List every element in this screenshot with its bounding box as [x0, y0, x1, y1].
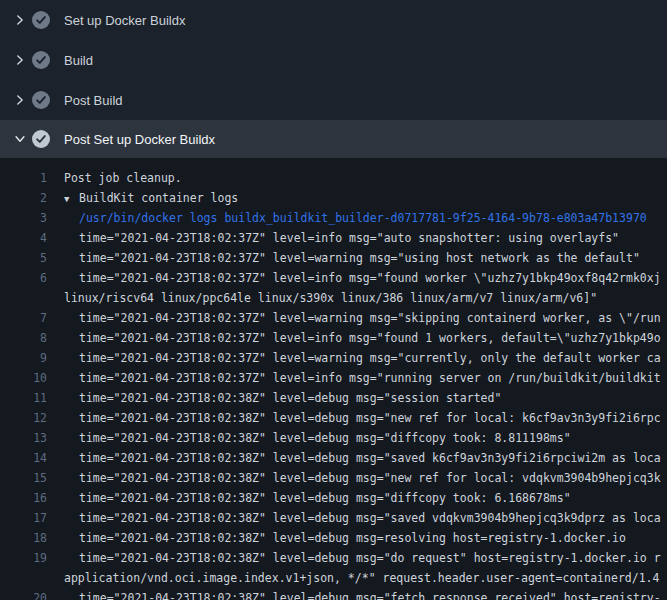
log-line-number[interactable]: 7 [0, 308, 47, 328]
log-line-number[interactable]: 13 [0, 428, 47, 448]
log-line-number [0, 568, 47, 588]
log-line: 14time="2021-04-23T18:02:38Z" level=debu… [0, 448, 667, 468]
log-line-text: time="2021-04-23T18:02:37Z" level=info m… [47, 368, 661, 388]
log-line-number[interactable]: 5 [0, 248, 47, 268]
chevron-right-icon [12, 92, 28, 108]
chevron-right-icon [12, 12, 28, 28]
log-line-text: time="2021-04-23T18:02:38Z" level=debug … [47, 448, 661, 468]
log-line-number[interactable]: 19 [0, 548, 47, 568]
log-line-number[interactable]: 15 [0, 468, 47, 488]
log-line: 3/usr/bin/docker logs buildx_buildkit_bu… [0, 208, 667, 228]
log-line-text: time="2021-04-23T18:02:37Z" level=warnin… [47, 308, 661, 328]
log-line-text: time="2021-04-23T18:02:37Z" level=info m… [47, 228, 619, 248]
log-line: 4time="2021-04-23T18:02:37Z" level=info … [0, 228, 667, 248]
step-row-post-build[interactable]: Post Build [0, 80, 667, 120]
log-line-text: linux/riscv64 linux/ppc64le linux/s390x … [47, 288, 597, 308]
log-line-text: time="2021-04-23T18:02:38Z" level=debug … [47, 548, 661, 568]
log-line: 17time="2021-04-23T18:02:38Z" level=debu… [0, 508, 667, 528]
step-label: Post Build [64, 93, 123, 108]
check-circle-icon [32, 51, 50, 69]
log-line: 5time="2021-04-23T18:02:37Z" level=warni… [0, 248, 667, 268]
log-line-text: time="2021-04-23T18:02:38Z" level=debug … [47, 488, 571, 508]
chevron-right-icon [12, 52, 28, 68]
step-label: Post Set up Docker Buildx [64, 132, 215, 147]
log-line-number[interactable]: 8 [0, 328, 47, 348]
step-label: Build [64, 53, 93, 68]
log-line-text: time="2021-04-23T18:02:38Z" level=debug … [47, 508, 661, 528]
log-line: 13time="2021-04-23T18:02:38Z" level=debu… [0, 428, 667, 448]
log-line: 9time="2021-04-23T18:02:37Z" level=warni… [0, 348, 667, 368]
check-circle-icon [32, 11, 50, 29]
log-line-number[interactable]: 9 [0, 348, 47, 368]
log-line-text: time="2021-04-23T18:02:37Z" level=info m… [47, 328, 661, 348]
log-line-number[interactable]: 17 [0, 508, 47, 528]
log-line-text: time="2021-04-23T18:02:37Z" level=warnin… [47, 348, 661, 368]
log-line-text: time="2021-04-23T18:02:38Z" level=debug … [47, 588, 661, 600]
log-line: 10time="2021-04-23T18:02:37Z" level=info… [0, 368, 667, 388]
step-label: Set up Docker Buildx [64, 13, 185, 28]
log-line-text: ▼BuildKit container logs [47, 188, 238, 208]
steps-list: Set up Docker BuildxBuildPost BuildPost … [0, 0, 667, 158]
log-line: 1Post job cleanup. [0, 168, 667, 188]
log-line-text: time="2021-04-23T18:02:38Z" level=debug … [47, 408, 661, 428]
log-line-number[interactable]: 14 [0, 448, 47, 468]
log-line: 18time="2021-04-23T18:02:38Z" level=debu… [0, 528, 667, 548]
chevron-down-icon [12, 131, 28, 147]
log-line: 16time="2021-04-23T18:02:38Z" level=debu… [0, 488, 667, 508]
log-line-text: time="2021-04-23T18:02:38Z" level=debug … [47, 468, 661, 488]
log-panel: 1Post job cleanup.2▼BuildKit container l… [0, 158, 667, 600]
log-command-text: /usr/bin/docker logs buildx_buildkit_bui… [47, 208, 647, 228]
log-line: 12time="2021-04-23T18:02:38Z" level=debu… [0, 408, 667, 428]
log-line-number[interactable]: 11 [0, 388, 47, 408]
log-line[interactable]: 2▼BuildKit container logs [0, 188, 667, 208]
log-line-number [0, 288, 47, 308]
step-row-build[interactable]: Build [0, 40, 667, 80]
log-line: 15time="2021-04-23T18:02:38Z" level=debu… [0, 468, 667, 488]
log-line-text: application/vnd.oci.image.index.v1+json,… [47, 568, 659, 588]
log-line-number[interactable]: 16 [0, 488, 47, 508]
log-line-number[interactable]: 18 [0, 528, 47, 548]
log-line-number[interactable]: 2 [0, 188, 47, 208]
log-line-text: Post job cleanup. [47, 168, 182, 188]
log-line-text: time="2021-04-23T18:02:37Z" level=warnin… [47, 248, 640, 268]
log-line: 11time="2021-04-23T18:02:38Z" level=debu… [0, 388, 667, 408]
log-line-number[interactable]: 3 [0, 208, 47, 228]
log-line-number[interactable]: 1 [0, 168, 47, 188]
log-line-text: time="2021-04-23T18:02:38Z" level=debug … [47, 388, 501, 408]
check-circle-icon [32, 91, 50, 109]
check-circle-icon [32, 130, 50, 148]
log-line: 7time="2021-04-23T18:02:37Z" level=warni… [0, 308, 667, 328]
log-line-number[interactable]: 10 [0, 368, 47, 388]
log-line-text: time="2021-04-23T18:02:38Z" level=debug … [47, 428, 571, 448]
step-row-set-up-docker-buildx[interactable]: Set up Docker Buildx [0, 0, 667, 40]
log-line: 6time="2021-04-23T18:02:37Z" level=info … [0, 268, 667, 288]
log-line: 20time="2021-04-23T18:02:38Z" level=debu… [0, 588, 667, 600]
log-line-number[interactable]: 20 [0, 588, 47, 600]
log-line-text: time="2021-04-23T18:02:38Z" level=debug … [47, 528, 626, 548]
log-line-continuation: linux/riscv64 linux/ppc64le linux/s390x … [0, 288, 667, 308]
step-row-post-set-up-docker-buildx[interactable]: Post Set up Docker Buildx [0, 120, 667, 158]
log-line-text: time="2021-04-23T18:02:37Z" level=info m… [47, 268, 661, 288]
actions-log-viewer: Set up Docker BuildxBuildPost BuildPost … [0, 0, 667, 600]
group-toggle-icon[interactable]: ▼ [64, 189, 79, 208]
log-line-number[interactable]: 12 [0, 408, 47, 428]
log-line: 8time="2021-04-23T18:02:37Z" level=info … [0, 328, 667, 348]
log-line-continuation: application/vnd.oci.image.index.v1+json,… [0, 568, 667, 588]
log-line: 19time="2021-04-23T18:02:38Z" level=debu… [0, 548, 667, 568]
log-line-number[interactable]: 6 [0, 268, 47, 288]
log-line-number[interactable]: 4 [0, 228, 47, 248]
